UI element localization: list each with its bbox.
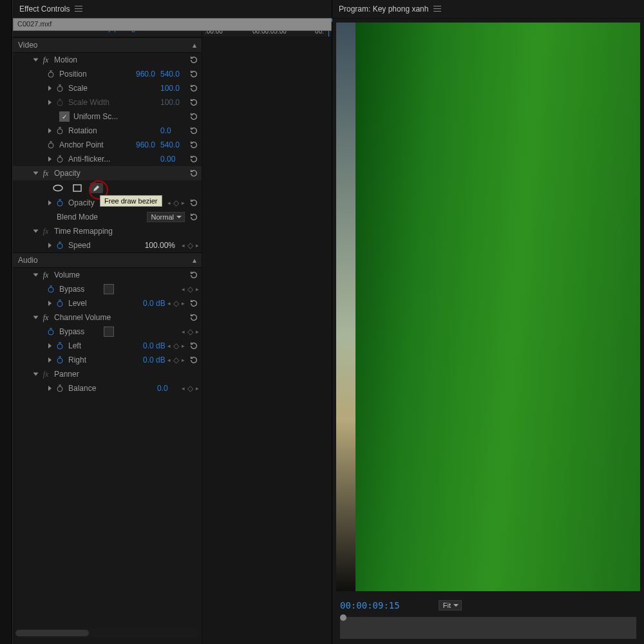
stopwatch-icon[interactable] <box>55 355 64 365</box>
add-keyframe-icon[interactable]: ◇ <box>173 355 179 365</box>
effect-time-remapping[interactable]: fx Time Remapping <box>13 224 202 238</box>
reset-icon[interactable] <box>189 111 199 122</box>
add-keyframe-icon[interactable]: ◇ <box>173 299 179 308</box>
rotation-value[interactable]: 0.0 <box>160 126 185 135</box>
property-speed[interactable]: Speed 100.00% ◂◇▸ <box>13 238 202 252</box>
property-balance[interactable]: Balance 0.0 ◂◇▸ <box>13 381 202 395</box>
reset-icon[interactable] <box>189 355 199 365</box>
disclose-icon[interactable] <box>46 200 53 206</box>
stopwatch-icon[interactable] <box>55 341 64 350</box>
panel-menu-icon[interactable] <box>75 6 82 12</box>
effect-volume[interactable]: fx Volume <box>13 268 202 282</box>
program-viewport[interactable] <box>336 23 640 591</box>
fx-badge-icon[interactable]: fx <box>41 370 50 379</box>
prev-keyframe-icon[interactable]: ◂ <box>182 328 185 335</box>
disclose-icon[interactable] <box>46 242 53 249</box>
audio-section-header[interactable]: Audio ▴ <box>13 252 202 268</box>
disclose-icon[interactable] <box>32 272 39 278</box>
effect-panner[interactable]: fx Panner <box>13 367 202 381</box>
stopwatch-icon[interactable] <box>55 84 64 93</box>
speed-value[interactable]: 100.00% <box>145 241 175 250</box>
disclose-icon[interactable] <box>46 128 53 134</box>
property-volume-bypass[interactable]: Bypass ◂◇▸ <box>13 282 202 296</box>
bypass-checkbox[interactable] <box>104 284 114 294</box>
rectangle-mask-icon[interactable] <box>71 183 84 193</box>
disclose-icon[interactable] <box>32 170 39 176</box>
disclose-icon[interactable] <box>32 371 39 377</box>
fx-badge-icon[interactable]: fx <box>41 270 50 280</box>
stopwatch-icon[interactable] <box>55 155 64 164</box>
stopwatch-icon[interactable] <box>55 198 64 207</box>
anchor-x-value[interactable]: 960.0 <box>136 140 160 149</box>
stopwatch-icon[interactable] <box>55 241 64 250</box>
disclose-icon[interactable] <box>32 228 39 234</box>
property-anchor-point[interactable]: Anchor Point 960.0 540.0 <box>13 138 202 152</box>
add-keyframe-icon[interactable]: ◇ <box>173 198 179 207</box>
prev-keyframe-icon[interactable]: ◂ <box>167 357 171 363</box>
disclose-icon[interactable] <box>46 156 53 162</box>
add-keyframe-icon[interactable]: ◇ <box>187 241 193 250</box>
reset-icon[interactable] <box>189 83 199 93</box>
property-opacity-value[interactable]: Opacity ◂◇▸ <box>13 196 202 210</box>
effect-motion[interactable]: fx Motion <box>13 53 202 67</box>
fx-badge-icon[interactable]: fx <box>41 313 50 323</box>
position-y-value[interactable]: 540.0 <box>160 70 185 79</box>
property-left[interactable]: Left 0.0 dB ◂◇▸ <box>13 339 202 353</box>
timeline-clip[interactable]: C0027.mxf <box>13 18 332 31</box>
pen-mask-icon[interactable] <box>90 183 103 193</box>
add-keyframe-icon[interactable]: ◇ <box>187 327 193 336</box>
disclose-icon[interactable] <box>46 357 53 363</box>
anti-flicker-value[interactable]: 0.00 <box>160 155 185 164</box>
reset-icon[interactable] <box>189 154 199 164</box>
reset-icon[interactable] <box>189 55 199 65</box>
reset-icon[interactable] <box>189 126 199 136</box>
stopwatch-icon[interactable] <box>46 70 55 79</box>
reset-icon[interactable] <box>189 69 199 79</box>
effect-channel-volume[interactable]: fx Channel Volume <box>13 310 202 325</box>
prev-keyframe-icon[interactable]: ◂ <box>182 286 185 292</box>
zoom-select[interactable]: Fit <box>439 600 462 611</box>
reset-icon[interactable] <box>189 270 199 280</box>
property-anti-flicker[interactable]: Anti-flicker... 0.00 <box>13 152 202 166</box>
reset-icon[interactable] <box>189 97 199 108</box>
position-x-value[interactable]: 960.0 <box>136 70 160 79</box>
reset-icon[interactable] <box>189 341 199 351</box>
stopwatch-icon[interactable] <box>46 140 55 149</box>
reset-icon[interactable] <box>189 312 199 323</box>
collapse-triangle-icon[interactable]: ▴ <box>193 41 196 50</box>
reset-icon[interactable] <box>189 198 199 208</box>
effect-opacity[interactable]: fx Opacity <box>13 166 202 180</box>
add-keyframe-icon[interactable]: ◇ <box>187 384 193 393</box>
left-value[interactable]: 0.0 dB <box>143 341 167 350</box>
reset-icon[interactable] <box>189 298 199 308</box>
anchor-y-value[interactable]: 540.0 <box>160 140 185 149</box>
prev-keyframe-icon[interactable]: ◂ <box>167 343 171 349</box>
level-value[interactable]: 0.0 dB <box>143 299 167 308</box>
disclose-icon[interactable] <box>46 385 53 392</box>
stopwatch-icon[interactable] <box>55 299 64 308</box>
effect-controls-header[interactable]: Effect Controls <box>13 0 332 19</box>
cv-bypass-checkbox[interactable] <box>104 327 114 337</box>
stopwatch-icon[interactable] <box>46 285 55 294</box>
next-keyframe-icon[interactable]: ▸ <box>196 385 199 392</box>
stopwatch-icon[interactable] <box>46 327 55 336</box>
prev-keyframe-icon[interactable]: ◂ <box>167 300 171 307</box>
properties-h-scrollbar[interactable] <box>15 629 199 638</box>
collapse-triangle-icon[interactable]: ▴ <box>193 256 196 265</box>
uniform-scale-checkbox[interactable]: ✓ <box>59 111 70 122</box>
property-volume-level[interactable]: Level 0.0 dB ◂◇▸ <box>13 296 202 310</box>
program-timecode[interactable]: 00:00:09:15 <box>340 600 400 611</box>
scrollbar-thumb[interactable] <box>15 630 89 636</box>
stopwatch-icon[interactable] <box>55 126 64 135</box>
reset-icon[interactable] <box>189 212 199 222</box>
stopwatch-icon[interactable] <box>55 384 64 393</box>
property-scale[interactable]: Scale 100.0 <box>13 81 202 95</box>
reset-icon[interactable] <box>189 168 199 178</box>
disclose-icon[interactable] <box>46 85 53 91</box>
video-section-header[interactable]: Video ▴ <box>13 37 202 53</box>
disclose-icon[interactable] <box>46 300 53 307</box>
ellipse-mask-icon[interactable] <box>52 183 64 193</box>
property-rotation[interactable]: Rotation 0.0 <box>13 124 202 138</box>
program-scrubber[interactable] <box>340 617 636 639</box>
fx-badge-icon[interactable]: fx <box>41 227 50 236</box>
